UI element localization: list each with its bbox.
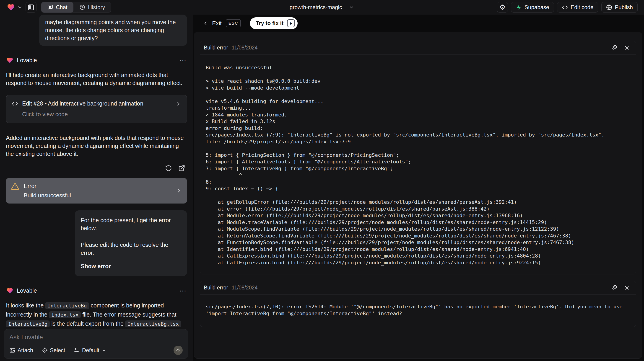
inline-code: InteractiveBg.tsx [125, 321, 181, 327]
build-error-tools [611, 285, 630, 291]
tab-history[interactable]: History [74, 2, 111, 12]
edit-code-button[interactable]: Edit code [557, 2, 598, 12]
error-banner-subtitle: Build unsuccessful [24, 191, 173, 199]
chat-composer: Attach Select [4, 329, 188, 359]
fix-wrench-button[interactable] [611, 45, 617, 51]
project-switcher[interactable]: growth-metrics-magic [290, 0, 354, 14]
close-icon [624, 45, 630, 51]
message-actions [6, 165, 185, 172]
topbar-left: Chat History [6, 2, 111, 13]
chevron-left-icon [202, 20, 208, 26]
tab-history-label: History [88, 4, 105, 10]
assistant-name: Lovable [17, 287, 37, 295]
send-button[interactable] [174, 346, 183, 355]
model-select[interactable]: Default [74, 347, 106, 354]
supabase-label: Supabase [524, 4, 549, 10]
model-label: Default [82, 347, 100, 354]
close-button[interactable] [624, 45, 630, 51]
error-banner-text: Error Build unsuccessful [24, 182, 173, 199]
code-icon [562, 4, 568, 10]
chat-sidebar: maybe diagramming points and when you mo… [0, 14, 193, 361]
project-name: growth-metrics-magic [290, 4, 342, 10]
external-link-icon [178, 165, 185, 172]
sidebar-toggle-button[interactable] [26, 2, 36, 12]
inline-code: Index.tsx [49, 311, 81, 318]
chevron-down-icon [349, 4, 354, 10]
edit-28-row: Edit #28 • Add interactive background an… [12, 100, 181, 108]
edit-code-label: Edit code [570, 4, 593, 10]
select-button[interactable]: Select [42, 347, 65, 354]
assistant-header: Lovable ⋯ [6, 287, 187, 295]
target-icon [42, 347, 48, 353]
build-error-title: Build error [204, 45, 228, 51]
chat-input[interactable] [9, 334, 183, 341]
f-keycap: F [287, 19, 295, 27]
globe-icon [606, 4, 612, 10]
chevron-right-icon [175, 101, 181, 107]
error-banner-title: Error [24, 182, 173, 190]
chat-bubble-icon [47, 4, 53, 10]
build-error-card-1: Build error 11/08/2024 [200, 41, 636, 274]
text-segment: is the default export from the [50, 321, 125, 327]
user-message-line: For the code present, I get the error be… [81, 216, 181, 232]
user-message: maybe diagramming points and when you mo… [39, 14, 187, 46]
composer-actions: Attach Select [9, 346, 183, 355]
warning-triangle-icon [11, 183, 24, 191]
wrench-icon [611, 45, 617, 51]
retry-button[interactable] [165, 165, 172, 172]
assistant-name: Lovable [17, 56, 37, 64]
settings-button[interactable]: ⚙ [497, 2, 508, 12]
exit-label: Exit [212, 20, 222, 27]
build-error-date: 11/08/2024 [232, 285, 258, 291]
message-menu-button[interactable]: ⋯ [180, 287, 187, 294]
wrench-icon [611, 285, 617, 291]
text-segment: file. The error message suggests that [81, 311, 176, 318]
lovable-heart-icon [6, 287, 14, 294]
tab-chat[interactable]: Chat [41, 2, 74, 12]
view-tabs: Chat History [41, 2, 111, 13]
code-icon [12, 100, 18, 107]
gear-icon: ⚙ [500, 4, 506, 11]
build-error-header: Build error 11/08/2024 [200, 41, 636, 55]
panel-left-icon [28, 4, 34, 11]
supabase-button[interactable]: Supabase [511, 2, 554, 12]
fix-mode-header: Exit ESC Try to fix it F [193, 14, 644, 32]
edit-28-title: Edit #28 • Add interactive background an… [22, 100, 171, 108]
edit-28-card[interactable]: Edit #28 • Add interactive background an… [6, 95, 187, 123]
sliders-icon [74, 347, 80, 353]
esc-keycap: ESC [226, 19, 241, 27]
exit-button[interactable]: Exit [202, 20, 222, 27]
build-error-title: Build error [204, 285, 228, 291]
user-message: For the code present, I get the error be… [75, 210, 187, 276]
lovable-logo-menu[interactable] [6, 3, 22, 11]
image-plus-icon [9, 347, 15, 353]
attach-button[interactable]: Attach [9, 347, 33, 354]
chevron-right-icon [176, 188, 182, 194]
try-to-fix-button[interactable]: Try to fix it F [250, 17, 298, 29]
supabase-bolt-icon [516, 4, 522, 10]
message-menu-button[interactable]: ⋯ [180, 57, 187, 64]
tab-chat-label: Chat [56, 4, 68, 10]
build-error-tools [611, 45, 630, 51]
close-button[interactable] [624, 285, 630, 291]
user-message-line: Please edit the code to resolve the erro… [81, 241, 181, 257]
build-error-header: Build error 11/08/2024 [200, 281, 636, 295]
show-error-link[interactable]: Show error [81, 262, 181, 270]
open-external-button[interactable] [178, 165, 185, 172]
error-banner[interactable]: Error Build unsuccessful [6, 178, 187, 204]
lovable-heart-icon [6, 57, 14, 64]
topbar: Chat History growth-metrics-magic [0, 0, 644, 14]
chevron-down-icon [102, 348, 106, 353]
assistant-summary: Added an interactive background with pin… [6, 134, 187, 158]
topbar-right: ⚙ Supabase Edit code [497, 2, 638, 12]
assistant-intro: I'll help create an interactive backgrou… [6, 71, 187, 87]
text-segment: It looks like the [6, 302, 45, 309]
publish-button[interactable]: Publish [601, 2, 638, 12]
fix-wrench-button[interactable] [611, 285, 617, 291]
refresh-icon [165, 165, 172, 172]
arrow-up-icon [175, 348, 181, 353]
edit-28-subtitle: Click to view code [22, 110, 181, 118]
select-label: Select [50, 347, 65, 354]
assistant-fix-paragraph: It looks like the InteractiveBg componen… [6, 301, 187, 327]
build-error-log: Build was unsuccessful > vite_react_shad… [200, 55, 636, 274]
